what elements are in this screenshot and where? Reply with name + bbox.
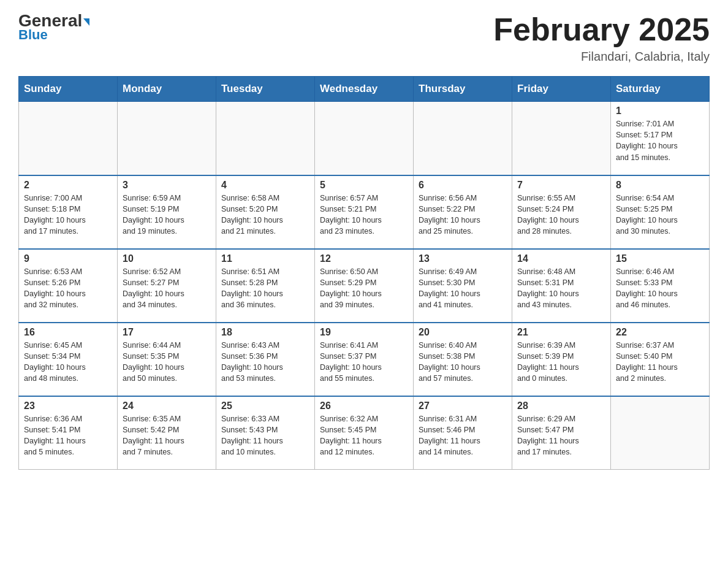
day-number: 12 [320,253,408,264]
day-info: Sunrise: 6:41 AM Sunset: 5:37 PM Dayligh… [320,340,408,385]
day-number: 14 [517,253,605,264]
day-number: 26 [320,400,408,412]
header-saturday: Saturday [611,77,710,102]
location: Filandari, Calabria, Italy [493,50,710,64]
day-number: 8 [616,180,704,191]
calendar-day-cell: 18Sunrise: 6:43 AM Sunset: 5:36 PM Dayli… [216,323,315,396]
day-number: 11 [221,253,309,264]
calendar-day-cell: 20Sunrise: 6:40 AM Sunset: 5:38 PM Dayli… [414,323,512,396]
header-wednesday: Wednesday [315,77,414,102]
day-number: 16 [24,327,112,338]
day-number: 9 [24,253,112,264]
day-number: 15 [616,253,704,264]
calendar-day-cell: 16Sunrise: 6:45 AM Sunset: 5:34 PM Dayli… [19,323,118,396]
day-info: Sunrise: 6:39 AM Sunset: 5:39 PM Dayligh… [517,340,605,385]
day-number: 18 [221,327,309,338]
calendar-day-cell: 28Sunrise: 6:29 AM Sunset: 5:47 PM Dayli… [512,396,611,470]
day-info: Sunrise: 6:56 AM Sunset: 5:22 PM Dayligh… [419,193,507,237]
logo: General Blue [18,12,89,43]
calendar-day-cell: 15Sunrise: 6:46 AM Sunset: 5:33 PM Dayli… [611,249,710,323]
calendar-day-cell [216,102,315,175]
day-number: 25 [221,400,309,412]
day-number: 28 [517,400,605,412]
day-info: Sunrise: 6:35 AM Sunset: 5:42 PM Dayligh… [123,413,211,458]
calendar-day-cell: 24Sunrise: 6:35 AM Sunset: 5:42 PM Dayli… [118,396,216,470]
header-monday: Monday [118,77,216,102]
calendar-day-cell [512,102,611,175]
day-info: Sunrise: 6:49 AM Sunset: 5:30 PM Dayligh… [419,266,507,311]
calendar-day-cell: 13Sunrise: 6:49 AM Sunset: 5:30 PM Dayli… [414,249,512,323]
day-info: Sunrise: 6:59 AM Sunset: 5:19 PM Dayligh… [123,193,211,237]
day-info: Sunrise: 6:57 AM Sunset: 5:21 PM Dayligh… [320,193,408,237]
calendar-day-cell: 17Sunrise: 6:44 AM Sunset: 5:35 PM Dayli… [118,323,216,396]
calendar-day-cell: 23Sunrise: 6:36 AM Sunset: 5:41 PM Dayli… [19,396,118,470]
calendar-day-cell: 2Sunrise: 7:00 AM Sunset: 5:18 PM Daylig… [19,175,118,249]
calendar-day-cell: 27Sunrise: 6:31 AM Sunset: 5:46 PM Dayli… [414,396,512,470]
day-info: Sunrise: 6:51 AM Sunset: 5:28 PM Dayligh… [221,266,309,311]
day-number: 4 [221,180,309,191]
day-number: 21 [517,327,605,338]
calendar-day-cell: 3Sunrise: 6:59 AM Sunset: 5:19 PM Daylig… [118,175,216,249]
calendar-day-cell: 10Sunrise: 6:52 AM Sunset: 5:27 PM Dayli… [118,249,216,323]
day-number: 5 [320,180,408,191]
calendar-day-cell: 11Sunrise: 6:51 AM Sunset: 5:28 PM Dayli… [216,249,315,323]
calendar-header-row: Sunday Monday Tuesday Wednesday Thursday… [19,77,710,102]
day-info: Sunrise: 6:37 AM Sunset: 5:40 PM Dayligh… [616,340,704,385]
calendar-week-row: 1Sunrise: 7:01 AM Sunset: 5:17 PM Daylig… [19,102,710,175]
calendar-day-cell: 19Sunrise: 6:41 AM Sunset: 5:37 PM Dayli… [315,323,414,396]
calendar-day-cell [118,102,216,175]
day-info: Sunrise: 6:46 AM Sunset: 5:33 PM Dayligh… [616,266,704,311]
calendar-day-cell [19,102,118,175]
calendar-day-cell: 6Sunrise: 6:56 AM Sunset: 5:22 PM Daylig… [414,175,512,249]
calendar-day-cell: 1Sunrise: 7:01 AM Sunset: 5:17 PM Daylig… [611,102,710,175]
day-info: Sunrise: 6:40 AM Sunset: 5:38 PM Dayligh… [419,340,507,385]
day-number: 3 [123,180,211,191]
day-info: Sunrise: 6:52 AM Sunset: 5:27 PM Dayligh… [123,266,211,311]
day-info: Sunrise: 6:54 AM Sunset: 5:25 PM Dayligh… [616,193,704,237]
calendar-day-cell: 7Sunrise: 6:55 AM Sunset: 5:24 PM Daylig… [512,175,611,249]
day-number: 7 [517,180,605,191]
calendar-day-cell [315,102,414,175]
day-number: 17 [123,327,211,338]
calendar-day-cell: 14Sunrise: 6:48 AM Sunset: 5:31 PM Dayli… [512,249,611,323]
day-info: Sunrise: 7:00 AM Sunset: 5:18 PM Dayligh… [24,193,112,237]
day-number: 23 [24,400,112,412]
calendar-day-cell: 26Sunrise: 6:32 AM Sunset: 5:45 PM Dayli… [315,396,414,470]
page-header: General Blue February 2025 Filandari, Ca… [18,12,710,64]
header-thursday: Thursday [414,77,512,102]
calendar-day-cell: 4Sunrise: 6:58 AM Sunset: 5:20 PM Daylig… [216,175,315,249]
day-info: Sunrise: 6:44 AM Sunset: 5:35 PM Dayligh… [123,340,211,385]
calendar-day-cell [611,396,710,470]
day-number: 20 [419,327,507,338]
calendar-day-cell [414,102,512,175]
day-info: Sunrise: 6:58 AM Sunset: 5:20 PM Dayligh… [221,193,309,237]
calendar-day-cell: 22Sunrise: 6:37 AM Sunset: 5:40 PM Dayli… [611,323,710,396]
day-number: 22 [616,327,704,338]
day-info: Sunrise: 6:50 AM Sunset: 5:29 PM Dayligh… [320,266,408,311]
day-number: 24 [123,400,211,412]
calendar-day-cell: 25Sunrise: 6:33 AM Sunset: 5:43 PM Dayli… [216,396,315,470]
day-info: Sunrise: 6:31 AM Sunset: 5:46 PM Dayligh… [419,413,507,458]
day-info: Sunrise: 6:36 AM Sunset: 5:41 PM Dayligh… [24,413,112,458]
header-tuesday: Tuesday [216,77,315,102]
day-info: Sunrise: 7:01 AM Sunset: 5:17 PM Dayligh… [616,118,704,163]
calendar-week-row: 9Sunrise: 6:53 AM Sunset: 5:26 PM Daylig… [19,249,710,323]
day-info: Sunrise: 6:48 AM Sunset: 5:31 PM Dayligh… [517,266,605,311]
calendar-day-cell: 21Sunrise: 6:39 AM Sunset: 5:39 PM Dayli… [512,323,611,396]
calendar-table: Sunday Monday Tuesday Wednesday Thursday… [18,76,710,470]
logo-bottom: Blue [18,27,48,43]
day-info: Sunrise: 6:55 AM Sunset: 5:24 PM Dayligh… [517,193,605,237]
day-info: Sunrise: 6:43 AM Sunset: 5:36 PM Dayligh… [221,340,309,385]
calendar-week-row: 16Sunrise: 6:45 AM Sunset: 5:34 PM Dayli… [19,323,710,396]
day-number: 13 [419,253,507,264]
day-info: Sunrise: 6:29 AM Sunset: 5:47 PM Dayligh… [517,413,605,458]
day-info: Sunrise: 6:53 AM Sunset: 5:26 PM Dayligh… [24,266,112,311]
header-friday: Friday [512,77,611,102]
calendar-week-row: 23Sunrise: 6:36 AM Sunset: 5:41 PM Dayli… [19,396,710,470]
calendar-day-cell: 8Sunrise: 6:54 AM Sunset: 5:25 PM Daylig… [611,175,710,249]
month-title: February 2025 [493,12,710,47]
day-info: Sunrise: 6:45 AM Sunset: 5:34 PM Dayligh… [24,340,112,385]
day-number: 6 [419,180,507,191]
day-number: 19 [320,327,408,338]
day-number: 27 [419,400,507,412]
